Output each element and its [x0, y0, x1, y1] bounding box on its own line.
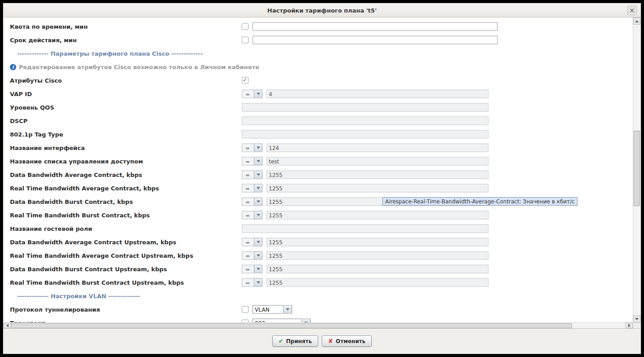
text-input[interactable] — [253, 22, 497, 31]
checkbox[interactable] — [242, 37, 249, 44]
field-label: Квота по времени, мин — [10, 23, 88, 30]
window-title: Настройки тарифного плана 't5' — [267, 7, 377, 14]
chevron-down-icon[interactable] — [254, 278, 262, 287]
operator-combo[interactable]: = — [242, 157, 262, 166]
operator-combo[interactable]: = — [242, 211, 262, 220]
operator-value: = — [242, 184, 254, 193]
field-label: 802.1p Tag Type — [10, 131, 63, 138]
chevron-down-icon[interactable] — [254, 157, 262, 166]
chevron-down-icon[interactable] — [254, 265, 262, 273]
chevron-down-icon[interactable] — [254, 238, 262, 247]
operator-value: = — [242, 251, 254, 260]
chevron-down-icon[interactable] — [254, 144, 262, 152]
dropdown-value: VLAN — [253, 306, 283, 313]
text-input — [266, 265, 489, 273]
scroll-left-button[interactable] — [4, 323, 11, 328]
chevron-down-icon[interactable] — [254, 211, 262, 220]
checkbox[interactable] — [242, 23, 249, 30]
field-label: Real Time Bandwidth Average Contract Ups… — [10, 252, 193, 259]
text-input — [242, 225, 489, 233]
field-controls — [242, 36, 497, 44]
triangle-down-icon — [257, 187, 260, 190]
chevron-down-icon[interactable] — [254, 251, 262, 260]
form-rows: Квота по времени, минСрок действия, мин-… — [4, 20, 633, 329]
text-input[interactable] — [253, 36, 497, 44]
operator-combo[interactable]: = — [242, 184, 262, 193]
text-input — [266, 157, 489, 166]
form-row: VAP ID= — [4, 87, 633, 101]
operator-combo[interactable]: = — [242, 171, 262, 179]
operator-combo[interactable]: = — [242, 251, 262, 260]
operator-combo[interactable]: = — [242, 265, 262, 273]
form-row: DSCP — [4, 114, 633, 128]
field-controls — [242, 225, 489, 233]
checkbox[interactable] — [242, 306, 249, 313]
form-row: Название интерфейса= — [4, 141, 633, 154]
chevron-down-icon[interactable] — [254, 171, 262, 179]
close-icon[interactable]: × — [627, 5, 637, 15]
text-input — [266, 90, 489, 98]
vertical-scrollbar-thumb[interactable] — [634, 131, 640, 206]
horizontal-scrollbar[interactable] — [4, 322, 633, 329]
operator-value: = — [242, 171, 254, 179]
triangle-down-icon — [257, 214, 260, 216]
field-controls: = — [242, 144, 489, 152]
field-controls — [242, 130, 489, 139]
accept-label: Принять — [286, 338, 312, 344]
accept-button[interactable]: ✔ Принять — [272, 335, 319, 347]
text-input — [266, 278, 489, 287]
field-controls: = — [242, 251, 489, 260]
vertical-scrollbar[interactable] — [633, 18, 640, 322]
operator-combo[interactable]: = — [242, 278, 262, 287]
chevron-down-icon[interactable] — [254, 198, 262, 206]
text-input — [266, 171, 489, 179]
form-row: Атрибуты Cisco — [4, 74, 633, 87]
scroll-down-button[interactable] — [633, 315, 640, 322]
triangle-down-icon — [257, 93, 260, 95]
form-row: 802.1p Tag Type — [4, 128, 633, 141]
operator-combo[interactable]: = — [242, 90, 262, 98]
form-row: Название списка управления доступом= — [4, 154, 633, 168]
scrollbar-corner — [633, 322, 640, 329]
form-row: Real Time Bandwidth Average Contract Ups… — [4, 249, 633, 262]
triangle-down-icon — [257, 147, 260, 149]
scroll-up-button[interactable] — [633, 18, 640, 25]
form-row: ------------- Настройки VLAN -----------… — [4, 289, 633, 303]
text-input — [266, 144, 489, 152]
scroll-right-button[interactable] — [626, 323, 633, 328]
form-row: Протокол туннелированияVLAN — [4, 303, 633, 316]
triangle-left-icon — [6, 324, 9, 327]
chevron-down-icon[interactable] — [254, 90, 262, 98]
text-input — [242, 130, 489, 139]
cancel-label: Отменить — [336, 338, 365, 344]
horizontal-scrollbar-thumb[interactable] — [11, 323, 572, 328]
field-controls: = — [242, 157, 489, 166]
cancel-button[interactable]: ✘ Отменить — [322, 335, 372, 347]
triangle-down-icon — [257, 268, 260, 270]
operator-combo[interactable]: = — [242, 144, 262, 152]
field-label: Data Bandwidth Burst Contract Upstream, … — [10, 266, 167, 273]
field-controls — [242, 117, 489, 125]
triangle-down-icon — [257, 241, 260, 243]
field-controls: = — [242, 265, 489, 273]
form-row: Data Bandwidth Burst Contract Upstream, … — [4, 262, 633, 276]
chevron-down-icon[interactable] — [283, 306, 292, 313]
field-controls: = — [242, 238, 489, 247]
text-input — [242, 103, 489, 112]
field-label: Data Bandwidth Burst Contract, kbps — [10, 198, 133, 205]
info-note: iРедактирование атрибутов Cisco возможно… — [10, 64, 259, 71]
dropdown-select[interactable]: VLAN — [253, 305, 292, 314]
field-label: Протокол туннелирования — [10, 306, 100, 313]
field-controls: = — [242, 171, 489, 179]
check-icon: ✔ — [279, 338, 284, 344]
operator-value: = — [242, 278, 254, 287]
form-row: Real Time Bandwidth Average Contract, kb… — [4, 181, 633, 195]
triangle-right-icon — [628, 324, 631, 327]
operator-combo[interactable]: = — [242, 238, 262, 247]
form-row: Data Bandwidth Average Contract, kbps= — [4, 168, 633, 181]
operator-value: = — [242, 144, 254, 152]
operator-combo[interactable]: = — [242, 198, 262, 206]
chevron-down-icon[interactable] — [254, 184, 262, 193]
button-bar: ✔ Принять ✘ Отменить — [4, 328, 640, 353]
checkbox[interactable] — [242, 77, 249, 84]
